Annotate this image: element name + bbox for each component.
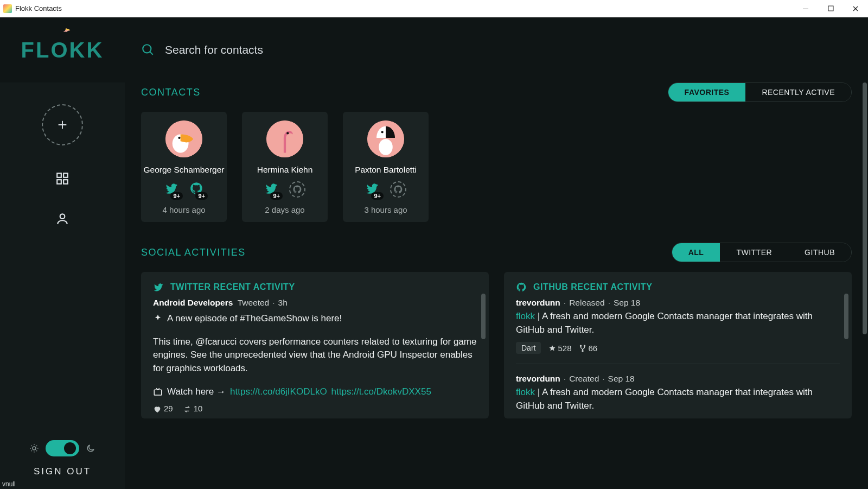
fork-count: 66 <box>579 344 597 353</box>
repo-link[interactable]: flokk <box>516 311 535 321</box>
svg-rect-7 <box>63 180 68 184</box>
tab-all[interactable]: ALL <box>672 243 720 262</box>
divider <box>516 364 840 364</box>
svg-rect-5 <box>63 173 68 177</box>
svg-point-21 <box>582 350 583 351</box>
contact-name: Paxton Bartoletti <box>355 165 417 175</box>
contact-time: 4 hours ago <box>162 205 205 214</box>
svg-point-2 <box>143 45 151 53</box>
contacts-heading: CONTACTS <box>141 87 201 98</box>
window-maximize-button[interactable] <box>818 0 843 17</box>
twitter-icon[interactable]: 9+ <box>264 181 278 198</box>
search-input[interactable] <box>165 43 490 56</box>
contact-name: Hermina Kiehn <box>257 165 313 175</box>
lang-chip: Dart <box>516 342 541 354</box>
svg-point-9 <box>33 447 36 450</box>
gh-meta: trevordunnReleasedSep 18 <box>516 298 840 308</box>
twitter-icon[interactable]: 9+ <box>365 181 379 198</box>
svg-point-8 <box>60 214 65 219</box>
github-icon <box>516 282 527 293</box>
contact-name: George Schamberger <box>143 165 224 175</box>
svg-point-14 <box>286 132 289 134</box>
contacts-filter-tabs: FAVORITES RECENTLY ACTIVE <box>668 82 852 102</box>
tweet-link-2[interactable]: https://t.co/DkokvDXX55 <box>331 386 431 397</box>
window-titlebar: Flokk Contacts <box>0 0 868 17</box>
social-heading: SOCIAL ACTIVITIES <box>141 247 246 258</box>
panel-scrollbar[interactable] <box>481 294 486 339</box>
contact-time: 3 hours ago <box>364 205 407 214</box>
contact-time: 2 days ago <box>265 205 304 214</box>
svg-point-20 <box>584 345 585 346</box>
toucan-icon <box>60 25 72 37</box>
github-icon[interactable] <box>390 181 406 198</box>
window-minimize-button[interactable] <box>793 0 818 17</box>
tab-favorites[interactable]: FAVORITES <box>668 83 746 101</box>
window-title: Flokk Contacts <box>15 4 62 12</box>
tweet-line1: A new episode of #TheGameShow is here! <box>167 312 342 326</box>
app-logo: FLOKK <box>21 38 104 62</box>
version-label: vnull <box>2 480 16 488</box>
svg-rect-6 <box>57 180 61 184</box>
gh-meta: trevordunnCreatedSep 18 <box>516 374 840 384</box>
svg-point-12 <box>178 137 180 139</box>
svg-point-17 <box>381 131 384 133</box>
sidebar: SIGN OUT <box>0 82 125 489</box>
social-filter-tabs: ALL TWITTER GITHUB <box>672 243 852 262</box>
svg-rect-18 <box>154 390 162 395</box>
svg-rect-4 <box>57 173 61 177</box>
tweet-body: This time, @fcarucci covers performance … <box>153 335 477 376</box>
twitter-icon <box>153 282 164 293</box>
contact-card[interactable]: Paxton Bartoletti 9+ 3 hours ago <box>343 112 429 222</box>
logo-text: FLOKK <box>21 38 104 62</box>
like-count[interactable]: 29 <box>153 404 173 414</box>
search-icon <box>141 43 155 57</box>
tab-recently-active[interactable]: RECENTLY ACTIVE <box>745 83 851 101</box>
watch-prefix: Watch here → <box>167 386 226 397</box>
twitter-icon[interactable]: 9+ <box>164 181 178 198</box>
dashboard-icon[interactable] <box>55 172 69 186</box>
svg-line-3 <box>150 52 152 54</box>
profile-icon[interactable] <box>55 212 69 226</box>
add-contact-button[interactable] <box>42 104 83 145</box>
window-close-button[interactable] <box>843 0 868 17</box>
svg-rect-0 <box>803 9 808 9</box>
contact-avatar <box>367 120 404 157</box>
svg-rect-1 <box>828 6 833 11</box>
page-scrollbar[interactable] <box>861 82 867 489</box>
app-header: FLOKK <box>0 17 868 82</box>
github-icon[interactable]: 9+ <box>189 181 203 198</box>
twitter-activity-panel: TWITTER RECENT ACTIVITY Android Develope… <box>141 272 489 418</box>
tweet-link-1[interactable]: https://t.co/d6jIKODLkO <box>230 386 327 397</box>
app-icon <box>3 4 12 13</box>
svg-point-16 <box>379 139 393 155</box>
tab-github[interactable]: GITHUB <box>788 243 851 262</box>
github-icon[interactable] <box>289 181 305 198</box>
plus-icon <box>56 119 68 131</box>
star-count: 528 <box>548 344 571 353</box>
contact-avatar <box>165 120 202 157</box>
theme-toggle[interactable] <box>46 440 79 456</box>
github-activity-item[interactable]: trevordunnCreatedSep 18 flokk | A fresh … <box>516 374 840 418</box>
tv-icon <box>153 387 163 397</box>
github-activity-panel: GITHUB RECENT ACTIVITY trevordunnRelease… <box>504 272 852 418</box>
twitter-panel-title: TWITTER RECENT ACTIVITY <box>170 282 295 292</box>
github-panel-title: GITHUB RECENT ACTIVITY <box>533 282 652 292</box>
retweet-count[interactable]: 10 <box>183 404 203 414</box>
contact-card[interactable]: George Schamberger 9+ 9+ 4 hours ago <box>141 112 227 222</box>
sun-icon <box>29 443 39 453</box>
svg-point-19 <box>580 345 582 346</box>
tweet-meta: Android Developers Tweeted3h <box>153 298 477 308</box>
panel-scrollbar[interactable] <box>844 294 848 339</box>
sparkle-icon <box>153 314 163 323</box>
moon-icon <box>86 443 95 453</box>
tab-twitter[interactable]: TWITTER <box>720 243 788 262</box>
github-activity-item[interactable]: trevordunnReleasedSep 18 flokk | A fresh… <box>516 298 840 354</box>
sign-out-button[interactable]: SIGN OUT <box>34 466 91 477</box>
contact-card[interactable]: Hermina Kiehn 9+ 2 days ago <box>242 112 328 222</box>
repo-link[interactable]: flokk <box>516 387 535 397</box>
contact-avatar <box>266 120 303 157</box>
